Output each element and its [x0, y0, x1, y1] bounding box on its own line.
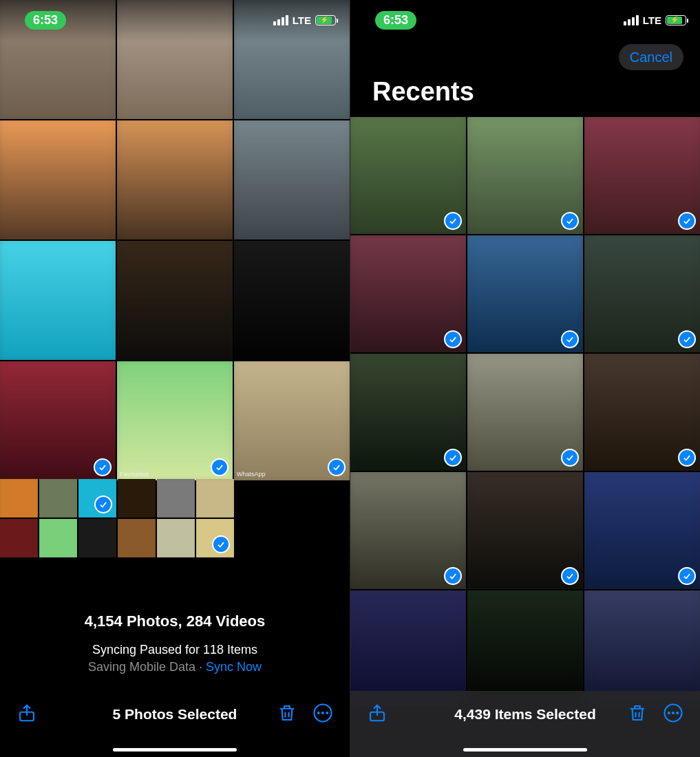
screen-right-recents-selection: 6:53 LTE ⚡ Cancel Recents 4,439 Items Se…	[350, 0, 700, 757]
network-label: LTE	[293, 14, 311, 26]
share-icon[interactable]	[367, 703, 388, 726]
selected-check-icon	[678, 567, 696, 585]
photo-thumbnail[interactable]	[196, 519, 234, 557]
nav-row: Cancel	[619, 50, 683, 65]
selection-toolbar: 4,439 Items Selected	[350, 691, 700, 757]
photo-thumbnail[interactable]	[39, 479, 77, 518]
album-title: Recents	[372, 77, 474, 107]
photo-thumbnail[interactable]	[118, 479, 156, 518]
photo-thumbnail[interactable]	[78, 519, 116, 557]
svg-point-3	[322, 712, 324, 714]
selected-check-icon	[561, 330, 579, 348]
photo-video-count: 4,154 Photos, 284 Videos	[0, 612, 350, 630]
status-time[interactable]: 6:53	[375, 11, 416, 30]
selected-check-icon	[94, 458, 112, 476]
selected-check-icon	[444, 212, 462, 230]
photo-thumbnail[interactable]: WhatsApp	[234, 361, 350, 480]
screen-left-photos-selection: 6:53 LTE ⚡ FavouritesWhatsApp 4,154 Phot…	[0, 0, 350, 757]
signal-strength-icon	[273, 15, 288, 25]
photo-thumbnail[interactable]	[157, 519, 195, 557]
photo-thumbnail[interactable]	[350, 590, 466, 707]
photo-thumbnail[interactable]	[0, 361, 116, 480]
saving-data-label: Saving Mobile Data ·	[88, 660, 206, 674]
svg-point-9	[677, 712, 678, 714]
photo-thumbnail[interactable]	[584, 590, 700, 707]
photo-thumbnail[interactable]	[0, 479, 38, 518]
svg-point-2	[318, 712, 319, 714]
photo-thumbnail[interactable]	[467, 590, 583, 707]
selected-check-icon	[561, 567, 579, 585]
selection-count: 4,439 Items Selected	[454, 706, 595, 723]
photo-thumbnail[interactable]	[350, 117, 466, 234]
selected-check-icon	[678, 330, 696, 348]
network-label: LTE	[643, 14, 661, 26]
selected-check-icon	[444, 567, 462, 585]
thumbnail-label: Favourites	[120, 471, 149, 478]
photo-thumbnail[interactable]	[118, 519, 156, 557]
photo-thumbnail[interactable]	[234, 120, 350, 239]
svg-point-8	[672, 712, 674, 714]
photo-thumbnail[interactable]	[234, 241, 350, 360]
photo-thumbnail[interactable]	[157, 479, 195, 518]
photo-thumbnail[interactable]	[117, 120, 233, 239]
battery-charging-icon: ⚡	[315, 15, 336, 25]
photo-thumbnail[interactable]	[0, 120, 116, 239]
cancel-button[interactable]: Cancel	[619, 44, 683, 70]
photo-thumbnail[interactable]	[584, 235, 700, 352]
photo-thumbnail[interactable]	[584, 117, 700, 234]
selection-count: 5 Photos Selected	[113, 706, 237, 723]
status-bar: 6:53 LTE ⚡	[0, 10, 350, 30]
photo-thumbnail[interactable]	[467, 354, 583, 471]
photo-grid-large[interactable]: FavouritesWhatsApp	[0, 0, 350, 478]
photo-thumbnail[interactable]	[467, 117, 583, 234]
selected-check-icon	[444, 449, 462, 467]
selected-check-icon	[678, 449, 696, 467]
sync-now-link[interactable]: Sync Now	[206, 660, 262, 674]
photo-thumbnail[interactable]	[350, 354, 466, 471]
photo-thumbnail[interactable]	[584, 472, 700, 589]
selected-check-icon	[561, 449, 579, 467]
photo-thumbnail[interactable]	[350, 235, 466, 352]
selected-check-icon	[94, 495, 112, 513]
photo-thumbnail[interactable]: Favourites	[117, 361, 233, 480]
sync-detail: Saving Mobile Data · Sync Now	[0, 660, 350, 674]
photo-grid[interactable]	[350, 117, 700, 709]
trash-icon[interactable]	[277, 703, 297, 726]
selected-check-icon	[444, 330, 462, 348]
home-indicator[interactable]	[113, 748, 237, 751]
signal-strength-icon	[624, 15, 639, 25]
photo-thumbnail[interactable]	[350, 472, 466, 589]
home-indicator[interactable]	[463, 748, 587, 751]
selected-check-icon	[211, 458, 229, 476]
photo-thumbnail[interactable]	[39, 519, 77, 557]
status-bar: 6:53 LTE ⚡	[350, 10, 700, 30]
selected-check-icon	[328, 458, 346, 476]
photo-thumbnail[interactable]	[78, 479, 116, 518]
photo-thumbnail[interactable]	[467, 235, 583, 352]
status-right: LTE ⚡	[273, 14, 336, 26]
photo-thumbnail[interactable]	[117, 241, 233, 360]
photo-thumbnail[interactable]	[196, 479, 234, 518]
more-options-icon[interactable]	[312, 703, 333, 726]
photo-thumbnail[interactable]	[467, 472, 583, 589]
thumbnail-label: WhatsApp	[237, 471, 266, 478]
photo-thumbnail[interactable]	[0, 519, 38, 557]
status-time[interactable]: 6:53	[25, 11, 66, 30]
more-options-icon[interactable]	[663, 703, 683, 726]
status-right: LTE ⚡	[624, 14, 686, 26]
svg-point-7	[668, 712, 670, 714]
battery-charging-icon: ⚡	[666, 15, 686, 25]
selection-toolbar: 5 Photos Selected	[0, 691, 350, 757]
library-summary: 4,154 Photos, 284 Videos Syncing Paused …	[0, 612, 350, 674]
trash-icon[interactable]	[627, 703, 648, 726]
selected-check-icon	[212, 535, 230, 553]
sync-status: Syncing Paused for 118 Items	[0, 643, 350, 657]
photo-thumbnail[interactable]	[584, 354, 700, 471]
share-icon[interactable]	[17, 703, 37, 726]
selected-check-icon	[678, 212, 696, 230]
selected-check-icon	[561, 212, 579, 230]
svg-point-4	[326, 712, 328, 714]
photo-grid-small[interactable]	[0, 479, 234, 557]
photo-thumbnail[interactable]	[0, 241, 116, 360]
